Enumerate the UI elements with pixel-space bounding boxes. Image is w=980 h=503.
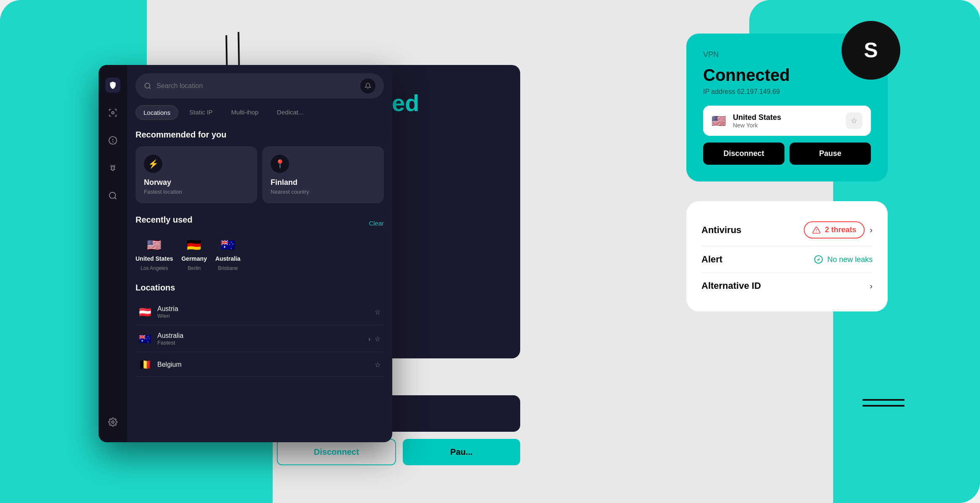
svg-point-14 <box>112 421 114 423</box>
svg-point-15 <box>145 83 150 88</box>
alt-id-chevron: › <box>870 281 873 291</box>
austria-flag: 🇦🇹 <box>139 306 151 318</box>
australia-country: Australia <box>215 255 240 262</box>
belgium-star[interactable]: ☆ <box>375 361 381 369</box>
tab-locations[interactable]: Locations <box>136 105 178 120</box>
pause-button[interactable]: Pau... <box>403 439 520 465</box>
sidebar-icon-shield[interactable] <box>105 78 120 93</box>
alert-row[interactable]: Alert No new leaks <box>701 246 873 273</box>
nav-tabs: Locations Static IP Multi-ihop Dedicat..… <box>136 105 384 120</box>
recommended-card-finland[interactable]: 📍 Finland Nearest country <box>262 146 384 203</box>
svg-point-11 <box>113 142 113 142</box>
antivirus-label: Antivirus <box>701 225 741 236</box>
finland-card-name: Finland <box>271 178 375 187</box>
no-leaks-badge: No new leaks <box>814 255 873 264</box>
belgium-info: Belgium <box>157 361 369 368</box>
australia-city: Brisbane <box>218 265 237 271</box>
sidebar-icon-settings[interactable] <box>105 415 120 430</box>
norway-card-name: Norway <box>144 178 249 187</box>
card-star-button[interactable]: ☆ <box>846 112 863 129</box>
svg-line-16 <box>149 87 150 88</box>
finland-card-icon: 📍 <box>271 155 289 173</box>
locations-title: Locations <box>136 283 384 293</box>
search-bar[interactable] <box>136 73 384 99</box>
card-location-country: United States <box>733 113 839 122</box>
sidebar <box>99 65 127 442</box>
svg-line-13 <box>115 197 116 199</box>
recommended-title: Recommended for you <box>136 130 384 140</box>
check-circle-icon <box>814 255 823 264</box>
antivirus-right: 2 threats › <box>804 221 873 239</box>
australia-list-city: Fastest <box>157 340 362 346</box>
alt-id-label: Alternative ID <box>701 280 761 291</box>
antivirus-row[interactable]: Antivirus 2 threats › <box>701 214 873 246</box>
germany-city: Berlin <box>188 265 201 271</box>
australia-list-flag: 🇦🇺 <box>139 333 151 345</box>
recently-header: Recently used Clear <box>136 215 384 231</box>
recent-item-germany[interactable]: 🇩🇪 Germany Berlin <box>181 238 207 271</box>
recently-grid: 🇺🇸 United States Los Angeles 🇩🇪 Germany … <box>136 238 384 271</box>
norway-card-subtitle: Fastest location <box>144 189 249 195</box>
sidebar-icon-search[interactable] <box>105 188 120 203</box>
disconnect-button[interactable]: Disconnect <box>277 439 396 465</box>
us-la-city: Los Angeles <box>141 265 168 271</box>
austria-city: Wien <box>157 313 369 319</box>
location-item-australia-list[interactable]: 🇦🇺 Australia Fastest › ☆ <box>136 326 384 352</box>
notification-bell[interactable] <box>360 78 375 93</box>
svg-point-8 <box>112 111 114 114</box>
card-pause-button[interactable]: Pause <box>790 143 871 165</box>
no-leaks-text: No new leaks <box>827 255 873 264</box>
card-disconnect-button[interactable]: Disconnect <box>703 143 785 165</box>
search-icon <box>144 82 151 90</box>
deco-lines-right <box>863 397 904 411</box>
tab-static-ip[interactable]: Static IP <box>182 105 220 120</box>
locations-list: 🇦🇹 Austria Wien ☆ 🇦🇺 Australia Fastest <box>136 299 384 377</box>
austria-actions: ☆ <box>375 308 381 316</box>
australia-list-country: Australia <box>157 332 362 340</box>
alt-id-row[interactable]: Alternative ID › <box>701 273 873 299</box>
threat-badge: 2 threats <box>804 221 865 239</box>
austria-country: Austria <box>157 305 369 313</box>
us-la-flag: 🇺🇸 <box>147 238 162 252</box>
tab-multi-hop[interactable]: Multi-ihop <box>224 105 266 120</box>
australia-list-actions: › ☆ <box>368 335 381 343</box>
search-input[interactable] <box>156 82 355 90</box>
card-connected-title: Connected <box>703 66 871 85</box>
antivirus-chevron: › <box>870 225 873 235</box>
recent-item-us-la[interactable]: 🇺🇸 United States Los Angeles <box>136 238 173 271</box>
alert-label: Alert <box>701 254 722 265</box>
belgium-flag: 🇧🇪 <box>139 359 151 371</box>
scene: Locations Static IP Multi-ihop Dedicat..… <box>0 0 980 503</box>
clear-button[interactable]: Clear <box>369 220 384 227</box>
austria-info: Austria Wien <box>157 305 369 319</box>
australia-list-info: Australia Fastest <box>157 332 362 346</box>
svg-line-1 <box>230 32 247 66</box>
card-location-info: United States New York <box>733 113 839 129</box>
australia-star[interactable]: ☆ <box>375 335 381 343</box>
recommended-card-norway[interactable]: ⚡ Norway Fastest location <box>136 146 257 203</box>
sidebar-icon-alert[interactable] <box>105 133 120 148</box>
security-panel: Antivirus 2 threats › Alert <box>686 201 888 311</box>
recommended-grid: ⚡ Norway Fastest location 📍 Finland Near… <box>136 146 384 203</box>
svg-point-12 <box>109 192 116 199</box>
australia-chevron: › <box>368 335 370 343</box>
card-location-city: New York <box>733 122 839 129</box>
warning-icon <box>812 226 821 234</box>
sidebar-icon-facescan[interactable] <box>105 105 120 120</box>
surfshark-logo: S <box>842 21 900 80</box>
vpn-main-window: Locations Static IP Multi-ihop Dedicat..… <box>99 65 392 442</box>
card-location-row[interactable]: 🇺🇸 United States New York ☆ <box>703 106 871 136</box>
finland-card-subtitle: Nearest country <box>271 189 375 195</box>
tab-dedicated[interactable]: Dedicat... <box>269 105 311 120</box>
us-la-country: United States <box>136 255 173 262</box>
austria-star[interactable]: ☆ <box>375 308 381 316</box>
svg-point-18 <box>816 231 817 232</box>
location-item-austria[interactable]: 🇦🇹 Austria Wien ☆ <box>136 299 384 325</box>
action-buttons: Disconnect Pau... <box>277 439 520 465</box>
location-item-belgium[interactable]: 🇧🇪 Belgium ☆ <box>136 353 384 377</box>
belgium-country: Belgium <box>157 361 369 368</box>
surfshark-card: S VPN Connected IP address 62.197.149.69… <box>686 34 888 181</box>
sidebar-icon-bug[interactable] <box>105 161 120 176</box>
main-content-area: Locations Static IP Multi-ihop Dedicat..… <box>127 65 392 442</box>
recent-item-australia[interactable]: 🇦🇺 Australia Brisbane <box>215 238 240 271</box>
